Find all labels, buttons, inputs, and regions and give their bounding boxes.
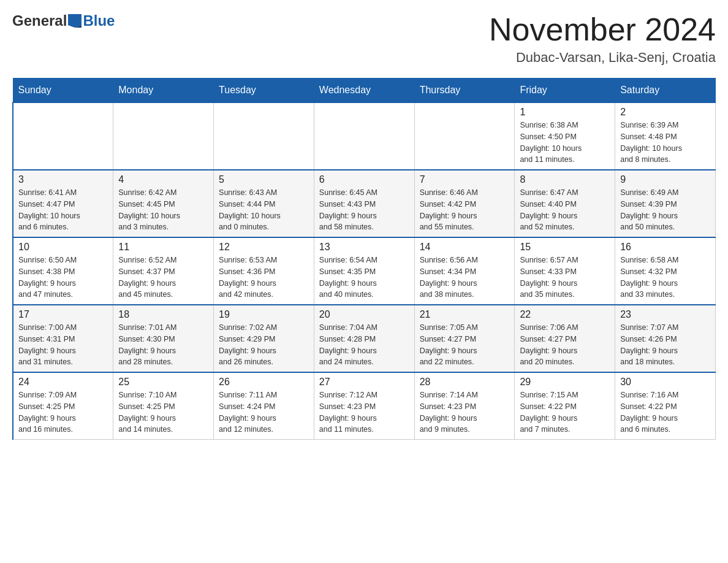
day-info: Sunrise: 7:15 AM Sunset: 4:22 PM Dayligh… — [520, 389, 610, 435]
day-number: 27 — [319, 377, 409, 388]
calendar-cell — [13, 102, 113, 170]
day-info: Sunrise: 6:41 AM Sunset: 4:47 PM Dayligh… — [18, 187, 108, 233]
day-number: 25 — [118, 377, 208, 388]
svg-marker-0 — [68, 14, 82, 28]
week-row-5: 24Sunrise: 7:09 AM Sunset: 4:25 PM Dayli… — [13, 372, 716, 440]
column-header-tuesday: Tuesday — [214, 79, 314, 103]
calendar-cell — [113, 102, 214, 170]
day-info: Sunrise: 7:16 AM Sunset: 4:22 PM Dayligh… — [620, 389, 710, 435]
calendar-cell: 20Sunrise: 7:04 AM Sunset: 4:28 PM Dayli… — [314, 305, 414, 372]
week-row-1: 1Sunrise: 6:38 AM Sunset: 4:50 PM Daylig… — [13, 102, 716, 170]
calendar-cell: 17Sunrise: 7:00 AM Sunset: 4:31 PM Dayli… — [13, 305, 113, 372]
column-header-saturday: Saturday — [615, 79, 716, 103]
title-area: November 2024 Dubac-Varsan, Lika-Senj, C… — [489, 12, 716, 66]
logo: General Blue — [12, 12, 115, 29]
day-info: Sunrise: 7:07 AM Sunset: 4:26 PM Dayligh… — [620, 322, 710, 368]
day-info: Sunrise: 6:42 AM Sunset: 4:45 PM Dayligh… — [118, 187, 208, 233]
day-number: 21 — [420, 309, 510, 320]
calendar-cell: 30Sunrise: 7:16 AM Sunset: 4:22 PM Dayli… — [615, 372, 716, 440]
day-info: Sunrise: 6:50 AM Sunset: 4:38 PM Dayligh… — [18, 255, 108, 301]
day-info: Sunrise: 6:57 AM Sunset: 4:33 PM Dayligh… — [520, 255, 610, 301]
day-number: 15 — [520, 242, 610, 253]
day-info: Sunrise: 6:46 AM Sunset: 4:42 PM Dayligh… — [420, 187, 510, 233]
calendar-cell: 22Sunrise: 7:06 AM Sunset: 4:27 PM Dayli… — [515, 305, 615, 372]
day-info: Sunrise: 6:47 AM Sunset: 4:40 PM Dayligh… — [520, 187, 610, 233]
logo-blue-text: Blue — [83, 12, 115, 29]
calendar-cell: 19Sunrise: 7:02 AM Sunset: 4:29 PM Dayli… — [214, 305, 314, 372]
calendar-cell: 25Sunrise: 7:10 AM Sunset: 4:25 PM Dayli… — [113, 372, 214, 440]
day-number: 1 — [520, 107, 610, 118]
day-info: Sunrise: 7:05 AM Sunset: 4:27 PM Dayligh… — [420, 322, 510, 368]
calendar-cell: 7Sunrise: 6:46 AM Sunset: 4:42 PM Daylig… — [414, 170, 515, 237]
calendar-cell: 28Sunrise: 7:14 AM Sunset: 4:23 PM Dayli… — [414, 372, 515, 440]
calendar-cell: 13Sunrise: 6:54 AM Sunset: 4:35 PM Dayli… — [314, 237, 414, 305]
calendar-cell — [314, 102, 414, 170]
calendar-cell: 27Sunrise: 7:12 AM Sunset: 4:23 PM Dayli… — [314, 372, 414, 440]
day-number: 3 — [18, 174, 108, 185]
day-info: Sunrise: 6:52 AM Sunset: 4:37 PM Dayligh… — [118, 255, 208, 301]
day-number: 18 — [118, 309, 208, 320]
column-header-thursday: Thursday — [414, 79, 515, 103]
calendar-cell: 29Sunrise: 7:15 AM Sunset: 4:22 PM Dayli… — [515, 372, 615, 440]
calendar-cell: 23Sunrise: 7:07 AM Sunset: 4:26 PM Dayli… — [615, 305, 716, 372]
logo-general-text: General — [12, 12, 67, 29]
calendar-cell: 1Sunrise: 6:38 AM Sunset: 4:50 PM Daylig… — [515, 102, 615, 170]
day-info: Sunrise: 7:12 AM Sunset: 4:23 PM Dayligh… — [319, 389, 409, 435]
day-number: 28 — [420, 377, 510, 388]
day-number: 8 — [520, 174, 610, 185]
calendar-cell: 18Sunrise: 7:01 AM Sunset: 4:30 PM Dayli… — [113, 305, 214, 372]
page-header: General Blue November 2024 Dubac-Varsan,… — [12, 12, 716, 66]
calendar-cell: 6Sunrise: 6:45 AM Sunset: 4:43 PM Daylig… — [314, 170, 414, 237]
calendar-cell: 8Sunrise: 6:47 AM Sunset: 4:40 PM Daylig… — [515, 170, 615, 237]
calendar-cell: 12Sunrise: 6:53 AM Sunset: 4:36 PM Dayli… — [214, 237, 314, 305]
day-number: 9 — [620, 174, 710, 185]
week-row-4: 17Sunrise: 7:00 AM Sunset: 4:31 PM Dayli… — [13, 305, 716, 372]
calendar-cell — [214, 102, 314, 170]
calendar-cell: 26Sunrise: 7:11 AM Sunset: 4:24 PM Dayli… — [214, 372, 314, 440]
logo-icon — [68, 14, 82, 28]
calendar-cell: 5Sunrise: 6:43 AM Sunset: 4:44 PM Daylig… — [214, 170, 314, 237]
week-row-3: 10Sunrise: 6:50 AM Sunset: 4:38 PM Dayli… — [13, 237, 716, 305]
calendar-cell: 15Sunrise: 6:57 AM Sunset: 4:33 PM Dayli… — [515, 237, 615, 305]
day-info: Sunrise: 6:58 AM Sunset: 4:32 PM Dayligh… — [620, 255, 710, 301]
day-info: Sunrise: 6:56 AM Sunset: 4:34 PM Dayligh… — [420, 255, 510, 301]
column-header-friday: Friday — [515, 79, 615, 103]
day-info: Sunrise: 7:00 AM Sunset: 4:31 PM Dayligh… — [18, 322, 108, 368]
day-info: Sunrise: 7:06 AM Sunset: 4:27 PM Dayligh… — [520, 322, 610, 368]
day-number: 5 — [219, 174, 309, 185]
column-header-sunday: Sunday — [13, 79, 113, 103]
calendar-cell: 3Sunrise: 6:41 AM Sunset: 4:47 PM Daylig… — [13, 170, 113, 237]
day-info: Sunrise: 6:43 AM Sunset: 4:44 PM Dayligh… — [219, 187, 309, 233]
day-number: 7 — [420, 174, 510, 185]
day-number: 2 — [620, 107, 710, 118]
day-number: 26 — [219, 377, 309, 388]
calendar-cell: 21Sunrise: 7:05 AM Sunset: 4:27 PM Dayli… — [414, 305, 515, 372]
day-info: Sunrise: 6:38 AM Sunset: 4:50 PM Dayligh… — [520, 120, 610, 166]
column-header-wednesday: Wednesday — [314, 79, 414, 103]
day-number: 24 — [18, 377, 108, 388]
calendar-cell: 11Sunrise: 6:52 AM Sunset: 4:37 PM Dayli… — [113, 237, 214, 305]
calendar-table: SundayMondayTuesdayWednesdayThursdayFrid… — [12, 78, 716, 440]
calendar-cell: 9Sunrise: 6:49 AM Sunset: 4:39 PM Daylig… — [615, 170, 716, 237]
day-info: Sunrise: 7:02 AM Sunset: 4:29 PM Dayligh… — [219, 322, 309, 368]
day-number: 4 — [118, 174, 208, 185]
day-info: Sunrise: 6:49 AM Sunset: 4:39 PM Dayligh… — [620, 187, 710, 233]
calendar-cell: 10Sunrise: 6:50 AM Sunset: 4:38 PM Dayli… — [13, 237, 113, 305]
day-number: 11 — [118, 242, 208, 253]
location-title: Dubac-Varsan, Lika-Senj, Croatia — [489, 50, 716, 66]
month-title: November 2024 — [489, 12, 716, 47]
column-header-monday: Monday — [113, 79, 214, 103]
calendar-cell: 16Sunrise: 6:58 AM Sunset: 4:32 PM Dayli… — [615, 237, 716, 305]
day-info: Sunrise: 7:11 AM Sunset: 4:24 PM Dayligh… — [219, 389, 309, 435]
day-number: 19 — [219, 309, 309, 320]
day-info: Sunrise: 7:04 AM Sunset: 4:28 PM Dayligh… — [319, 322, 409, 368]
calendar-cell — [414, 102, 515, 170]
day-info: Sunrise: 7:14 AM Sunset: 4:23 PM Dayligh… — [420, 389, 510, 435]
day-info: Sunrise: 7:01 AM Sunset: 4:30 PM Dayligh… — [118, 322, 208, 368]
day-info: Sunrise: 7:09 AM Sunset: 4:25 PM Dayligh… — [18, 389, 108, 435]
day-info: Sunrise: 6:54 AM Sunset: 4:35 PM Dayligh… — [319, 255, 409, 301]
day-number: 30 — [620, 377, 710, 388]
day-number: 6 — [319, 174, 409, 185]
day-info: Sunrise: 6:45 AM Sunset: 4:43 PM Dayligh… — [319, 187, 409, 233]
day-info: Sunrise: 7:10 AM Sunset: 4:25 PM Dayligh… — [118, 389, 208, 435]
